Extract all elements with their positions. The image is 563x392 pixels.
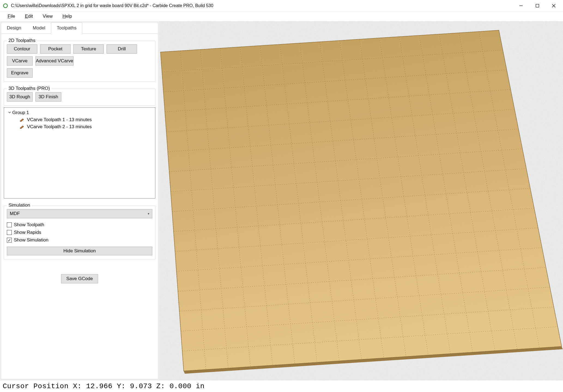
show-toolpath-checkbox[interactable]: Show Toolpath <box>7 221 152 229</box>
menu-help[interactable]: Help <box>57 13 77 20</box>
sidebar: Design Model Toolpaths 2D Toolpaths Cont… <box>1 22 158 379</box>
toolpath-icon <box>19 125 24 129</box>
statusbar: Cursor Position X: 12.966 Y: 9.073 Z: 0.… <box>0 380 563 392</box>
save-gcode-button[interactable]: Save GCode <box>61 274 98 283</box>
texture-button[interactable]: Texture <box>73 44 104 54</box>
svg-marker-6 <box>20 126 24 129</box>
tree-item-2[interactable]: VCarve Toolpath 2 - 13 minutes <box>19 123 153 130</box>
show-rapids-label: Show Rapids <box>14 230 41 235</box>
group-legend-2d: 2D Toolpaths <box>7 38 37 43</box>
drill-button[interactable]: Drill <box>107 44 137 54</box>
contour-button[interactable]: Contour <box>7 44 37 54</box>
vcarve-button[interactable]: VCarve <box>7 56 33 66</box>
svg-marker-7 <box>161 30 562 371</box>
window-title: C:\Users\willa\Downloads\SPXXL 2 in grid… <box>11 3 213 8</box>
menubar: File Edit View Help <box>0 11 563 21</box>
advanced-vcarve-button[interactable]: Advanced VCarve <box>35 56 74 66</box>
pocket-button[interactable]: Pocket <box>40 44 71 54</box>
3d-rough-button[interactable]: 3D Rough <box>7 92 33 102</box>
tab-row: Design Model Toolpaths <box>1 22 158 34</box>
checkbox-icon <box>7 230 12 235</box>
maximize-button[interactable] <box>529 0 546 11</box>
tree-item-2-label: VCarve Toolpath 2 - 13 minutes <box>27 124 92 130</box>
close-button[interactable] <box>546 0 562 11</box>
group-legend-3d: 3D Toolpaths (PRO) <box>7 86 52 91</box>
material-select[interactable]: MDF ▾ <box>7 209 152 218</box>
toolpath-tree[interactable]: Group 1 VCarve Toolpath 1 - 13 minutes V… <box>4 107 155 198</box>
group-2d-toolpaths: 2D Toolpaths Contour Pocket Texture Dril… <box>4 41 155 82</box>
simulation-viewport[interactable] <box>159 21 563 380</box>
svg-point-0 <box>4 4 7 7</box>
group-legend-simulation: Simulation <box>7 203 32 208</box>
chevron-down-icon[interactable] <box>7 110 12 115</box>
tree-item-1[interactable]: VCarve Toolpath 1 - 13 minutes <box>19 116 153 123</box>
tree-group-label: Group 1 <box>12 110 29 115</box>
show-simulation-label: Show Simulation <box>14 237 49 243</box>
menu-edit[interactable]: Edit <box>20 13 38 20</box>
svg-rect-2 <box>536 4 539 7</box>
engrave-button[interactable]: Engrave <box>7 68 33 78</box>
menu-file[interactable]: File <box>3 13 20 20</box>
3d-finish-button[interactable]: 3D Finish <box>35 92 61 102</box>
minimize-button[interactable] <box>513 0 529 11</box>
svg-marker-5 <box>20 119 24 122</box>
group-3d-toolpaths: 3D Toolpaths (PRO) 3D Rough 3D Finish <box>4 89 155 106</box>
tab-design[interactable]: Design <box>1 22 27 34</box>
titlebar: C:\Users\willa\Downloads\SPXXL 2 in grid… <box>0 0 563 11</box>
app-icon <box>3 3 8 8</box>
tree-group-row[interactable]: Group 1 <box>6 109 153 116</box>
tab-toolpaths[interactable]: Toolpaths <box>51 22 82 34</box>
checkbox-icon <box>7 222 12 227</box>
show-toolpath-label: Show Toolpath <box>14 222 44 228</box>
show-rapids-checkbox[interactable]: Show Rapids <box>7 229 152 236</box>
hide-simulation-button[interactable]: Hide Simulation <box>7 247 152 255</box>
tree-item-1-label: VCarve Toolpath 1 - 13 minutes <box>27 117 92 122</box>
material-select-value: MDF <box>10 211 20 216</box>
toolpath-icon <box>19 118 24 122</box>
menu-view[interactable]: View <box>38 13 58 20</box>
chevron-down-icon: ▾ <box>148 212 149 216</box>
tab-model[interactable]: Model <box>27 22 51 34</box>
group-simulation: Simulation MDF ▾ Show Toolpath Show Rapi… <box>4 206 155 259</box>
show-simulation-checkbox[interactable]: Show Simulation <box>7 236 152 244</box>
cursor-position-text: Cursor Position X: 12.966 Y: 9.073 Z: 0.… <box>3 382 205 390</box>
checkbox-checked-icon <box>7 238 12 243</box>
